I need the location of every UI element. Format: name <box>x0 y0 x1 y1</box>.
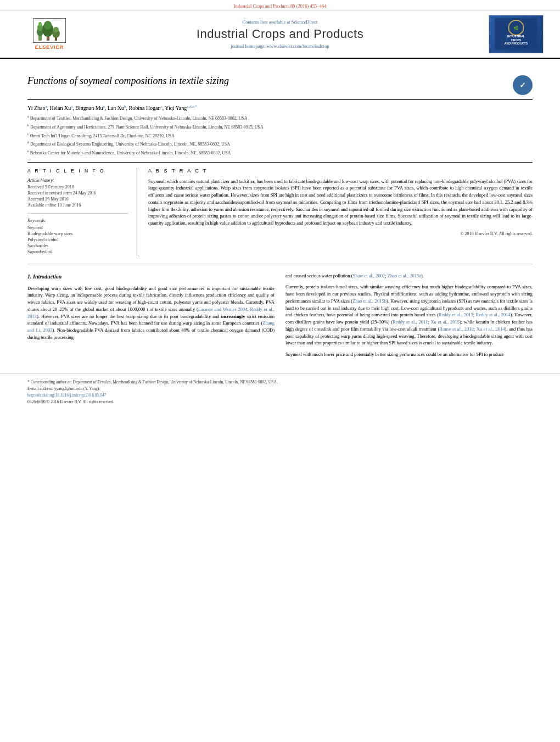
homepage-url[interactable]: www.elsevier.com/locate/indcrop <box>267 43 329 49</box>
ref-lacasse[interactable]: Lacasse and Werner 2004 <box>198 306 247 312</box>
received-revised-date: Received in revised form 24 May 2016 <box>27 191 128 196</box>
ref-reddy2014[interactable]: Reddy et al., 2014 <box>476 312 511 317</box>
affiliations: a Department of Textiles, Merchandising … <box>27 114 533 156</box>
ref-zhao2015b[interactable]: Zhao et al., 2015b <box>352 298 387 304</box>
ref-xu2014[interactable]: Xu et al., 2014 <box>477 326 505 332</box>
sciencedirect-link[interactable]: ScienceDirect <box>292 19 318 25</box>
ref-xu2015[interactable]: Xu et al., 2015 <box>430 319 460 325</box>
keyword-4: Saccharides <box>27 243 128 248</box>
keywords-section: Keywords: Soymeal Biodegradable warp siz… <box>27 218 128 254</box>
journal-header: ELSEVIER Contents lists available at Sci… <box>0 10 560 59</box>
author-list: Yi Zhaoa, Helan Xua, Bingnan Mua, Lan Xu… <box>27 105 197 111</box>
main-col-left: 1. Introduction Developing warp sizes wi… <box>27 272 275 362</box>
ref-reddy2011[interactable]: Reddy et al., 2011 <box>393 319 428 325</box>
ref-zhang[interactable]: Zhang and Li, 2003 <box>27 320 275 333</box>
keyword-5: Saponified oil <box>27 249 128 254</box>
article-footer: * Corresponding author at: Department of… <box>0 373 560 411</box>
abstract-heading: A B S T R A C T <box>148 168 533 174</box>
ref-reddy2013b[interactable]: Reddy et al., 2013 <box>439 312 473 317</box>
article-info-column: A R T I C L E I N F O Article history: R… <box>27 168 137 255</box>
article-history: Article history: Received 5 February 201… <box>27 178 128 208</box>
elsevier-logo-area: ELSEVIER <box>16 18 82 50</box>
affiliation-b: b Department of Agronomy and Horticultur… <box>27 123 533 131</box>
history-title: Article history: <box>27 178 128 183</box>
journal-citation: Industrial Crops and Products 89 (2016) … <box>234 3 327 9</box>
journal-logo: 🌿 INDUSTRIAL CROPS AND PRODUCTS <box>489 15 544 53</box>
ref-rouse[interactable]: Rouse et al., 2010 <box>439 326 474 332</box>
section-divider <box>27 264 533 264</box>
main-content: 1. Introduction Developing warp sizes wi… <box>27 272 533 362</box>
article-body: A R T I C L E I N F O Article history: R… <box>27 162 533 255</box>
contents-available-text: Contents lists available at ScienceDirec… <box>82 19 478 25</box>
authors-line: Yi Zhaoa, Helan Xua, Bingnan Mua, Lan Xu… <box>27 104 533 111</box>
journal-title: Industrial Crops and Products <box>82 27 478 41</box>
keywords-title: Keywords: <box>27 218 128 223</box>
corresponding-author-note: * Corresponding author at: Department of… <box>27 380 533 384</box>
abstract-text: Soymeal, which contains natural plastici… <box>148 178 533 227</box>
svg-text:🌿: 🌿 <box>513 25 519 31</box>
crossmark-logo[interactable]: ✓ <box>513 75 533 95</box>
svg-text:INDUSTRIAL: INDUSTRIAL <box>507 35 525 38</box>
ref-shaw[interactable]: Shaw et al., 2002 <box>353 273 385 278</box>
affiliation-c: c Omni Tech Int'l/Hogan Consulting, 2415… <box>27 132 533 140</box>
intro-paragraph-1: Developing warp sizes with low cost, goo… <box>27 285 275 341</box>
svg-point-9 <box>53 27 59 32</box>
copyright-line: © 2016 Elsevier B.V. All rights reserved… <box>148 231 533 236</box>
info-divider <box>27 213 128 214</box>
elsevier-tree-icon <box>33 18 66 43</box>
keyword-2: Biodegradable warp sizes <box>27 231 128 236</box>
article-title-section: Functions of soymeal compositions in tex… <box>27 67 533 100</box>
elsevier-wordmark: ELSEVIER <box>35 44 64 50</box>
email-note: E-mail address: yyang2@unl.edu (Y. Yang)… <box>27 386 533 391</box>
homepage-text: journal homepage: www.elsevier.com/locat… <box>82 43 478 49</box>
elsevier-logo: ELSEVIER <box>16 18 82 50</box>
intro-paragraph-2: and caused serious water pollution (Shaw… <box>285 272 533 280</box>
issn-line: 0926-6690/© 2016 Elsevier B.V. All right… <box>27 399 533 404</box>
intro-paragraph-3: Currently, protein isolates based sizes,… <box>285 283 533 347</box>
main-col-right: and caused serious water pollution (Shaw… <box>285 272 533 362</box>
available-online-date: Available online 10 June 2016 <box>27 203 128 208</box>
svg-text:CROPS: CROPS <box>511 38 522 42</box>
article-title: Functions of soymeal compositions in tex… <box>27 75 513 87</box>
journal-top-bar: Industrial Crops and Products 89 (2016) … <box>0 0 560 10</box>
intro-paragraph-4: Soymeal with much lower price and potent… <box>285 351 533 358</box>
intro-heading: 1. Introduction <box>27 272 275 281</box>
article-info-heading: A R T I C L E I N F O <box>27 168 128 174</box>
accepted-date: Accepted 26 May 2016 <box>27 197 128 202</box>
doi-link[interactable]: http://dx.doi.org/10.1016/j.indcrop.2016… <box>27 393 106 398</box>
article-container: Functions of soymeal compositions in tex… <box>0 59 560 373</box>
received-date: Received 5 February 2016 <box>27 185 128 189</box>
keyword-3: Polyvinyl alcohol <box>27 237 128 242</box>
svg-point-3 <box>38 22 42 26</box>
svg-point-6 <box>44 21 52 30</box>
svg-text:AND PRODUCTS: AND PRODUCTS <box>505 42 528 45</box>
abstract-column: A B S T R A C T Soymeal, which contains … <box>148 168 533 255</box>
affiliation-a: a Department of Textiles, Merchandising … <box>27 114 533 122</box>
doi-line: http://dx.doi.org/10.1016/j.indcrop.2016… <box>27 393 533 398</box>
svg-rect-4 <box>47 36 49 41</box>
ref-zhao2015a[interactable]: Zhao et al., 2015a <box>388 273 421 278</box>
journal-logo-right-area: 🌿 INDUSTRIAL CROPS AND PRODUCTS <box>478 15 544 53</box>
journal-header-center: Contents lists available at ScienceDirec… <box>82 19 478 49</box>
affiliation-d: d Department of Biological Systems Engin… <box>27 140 533 148</box>
affiliation-e: e Nebraska Center for Materials and Nano… <box>27 149 533 157</box>
keyword-1: Soymeal <box>27 225 128 230</box>
